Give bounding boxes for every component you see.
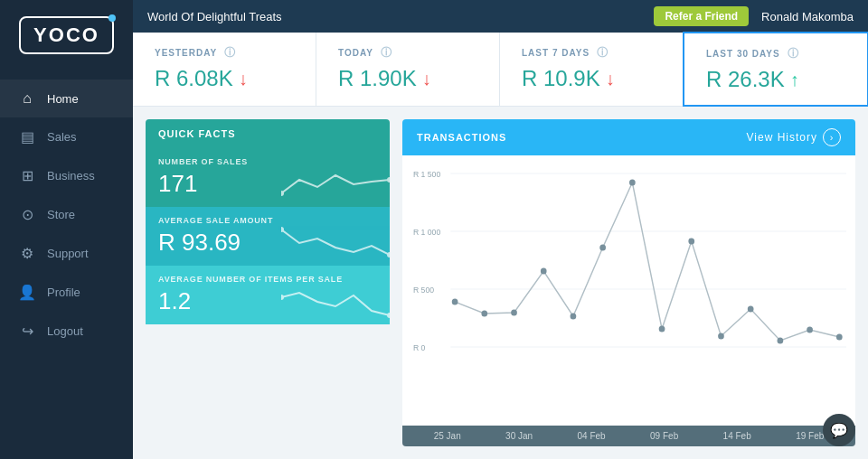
stat-label-today: TODAY ⓘ <box>338 45 481 61</box>
sales-icon: ▤ <box>18 128 36 145</box>
svg-text:R 0: R 0 <box>413 343 426 352</box>
info-icon-30days: ⓘ <box>788 46 799 61</box>
stat-card-yesterday[interactable]: YESTERDAY ⓘ R 6.08K ↓ <box>133 33 316 106</box>
sidebar-nav: ⌂ Home ▤ Sales ⊞ Business ⊙ Store ⚙ Supp… <box>0 70 133 459</box>
info-icon-today: ⓘ <box>381 45 392 61</box>
qf-card-sales: NUMBER OF SALES 171 <box>146 148 390 207</box>
svg-point-20 <box>629 180 636 186</box>
sidebar-item-support[interactable]: ⚙ Support <box>0 234 133 273</box>
arrow-down-7days: ↓ <box>606 69 615 89</box>
svg-text:R 1 000: R 1 000 <box>413 228 440 237</box>
stat-label-7days: LAST 7 DAYS ⓘ <box>522 45 665 61</box>
x-label-2: 04 Feb <box>578 431 606 441</box>
svg-point-24 <box>748 306 754 313</box>
header-right: Refer a Friend Ronald Makomba <box>654 6 854 26</box>
business-icon: ⊞ <box>18 167 36 184</box>
stat-value-yesterday: R 6.08K ↓ <box>155 66 297 91</box>
sidebar-label-home: Home <box>47 92 79 106</box>
svg-point-22 <box>688 239 694 245</box>
qf-card-avg-items: AVERAGE NUMBER OF ITEMS PER SALE 1.2 <box>146 266 390 324</box>
svg-point-26 <box>807 327 813 333</box>
sidebar-item-home[interactable]: ⌂ Home <box>0 80 133 117</box>
x-label-3: 09 Feb <box>650 431 678 441</box>
sidebar-label-sales: Sales <box>47 130 77 144</box>
stat-value-today: R 1.90K ↓ <box>338 66 481 91</box>
logout-icon: ↪ <box>18 323 36 340</box>
home-icon: ⌂ <box>18 90 36 107</box>
stat-value-30days: R 26.3K ↑ <box>706 67 849 92</box>
sparkline-avg-items <box>281 279 390 324</box>
quick-facts-header: QUICK FACTS <box>146 119 390 148</box>
sidebar-label-profile: Profile <box>47 286 80 299</box>
logo-area: YOCO <box>0 0 133 70</box>
svg-point-4 <box>281 295 284 300</box>
stat-card-7days[interactable]: LAST 7 DAYS ⓘ R 10.9K ↓ <box>500 33 684 106</box>
stat-label-yesterday: YESTERDAY ⓘ <box>155 45 297 61</box>
view-history-label: View History <box>747 131 817 144</box>
svg-text:R 1 500: R 1 500 <box>413 170 440 179</box>
transactions-header: TRANSACTIONS View History › <box>402 119 855 155</box>
x-label-0: 25 Jan <box>434 431 461 441</box>
content-area: QUICK FACTS NUMBER OF SALES 171 AVERAGE … <box>133 107 868 459</box>
arrow-up-30days: ↑ <box>790 70 799 90</box>
x-label-5: 19 Feb <box>796 431 824 441</box>
store-icon: ⊙ <box>18 206 36 223</box>
x-axis-labels: 25 Jan 30 Jan 04 Feb 09 Feb 14 Feb 19 Fe… <box>402 426 855 446</box>
transactions-title: TRANSACTIONS <box>417 132 506 143</box>
transactions-panel: TRANSACTIONS View History › R 1 500 R 1 … <box>402 119 855 446</box>
svg-point-15 <box>481 311 487 317</box>
view-history-icon: › <box>823 128 841 146</box>
logo-dot <box>108 14 116 22</box>
stat-value-7days: R 10.9K ↓ <box>522 66 665 91</box>
refer-friend-button[interactable]: Refer a Friend <box>654 6 749 26</box>
sidebar-item-profile[interactable]: 👤 Profile <box>0 273 133 312</box>
svg-point-21 <box>659 326 665 333</box>
stats-row: YESTERDAY ⓘ R 6.08K ↓ TODAY ⓘ R 1.90K ↓ … <box>133 33 868 107</box>
chart-area: R 1 500 R 1 000 R 500 R 0 <box>402 155 855 426</box>
store-title: World Of Delightful Treats <box>147 10 282 23</box>
info-icon-yesterday: ⓘ <box>224 45 236 61</box>
profile-icon: 👤 <box>18 284 36 301</box>
arrow-down-today: ↓ <box>422 69 431 89</box>
quick-facts-panel: QUICK FACTS NUMBER OF SALES 171 AVERAGE … <box>146 119 390 446</box>
sidebar-item-sales[interactable]: ▤ Sales <box>0 117 133 156</box>
sidebar-label-logout: Logout <box>47 324 83 338</box>
sparkline-sales <box>281 162 390 207</box>
svg-point-14 <box>452 299 458 305</box>
chat-button[interactable]: 💬 <box>823 414 855 446</box>
sidebar-item-logout[interactable]: ↪ Logout <box>0 312 133 351</box>
svg-point-25 <box>778 338 784 344</box>
sidebar-label-support: Support <box>47 247 89 260</box>
svg-text:R 500: R 500 <box>413 286 434 295</box>
support-icon: ⚙ <box>18 245 36 262</box>
svg-point-5 <box>387 313 390 318</box>
transactions-chart: R 1 500 R 1 000 R 500 R 0 <box>411 164 846 363</box>
svg-point-27 <box>836 334 843 341</box>
sidebar-item-store[interactable]: ⊙ Store <box>0 195 133 234</box>
stat-card-30days[interactable]: LAST 30 DAYS ⓘ R 26.3K ↑ <box>683 32 868 107</box>
top-header: World Of Delightful Treats Refer a Frien… <box>133 0 868 33</box>
x-label-4: 14 Feb <box>723 431 751 441</box>
sidebar: YOCO ⌂ Home ▤ Sales ⊞ Business ⊙ Store ⚙… <box>0 0 133 459</box>
stat-card-today[interactable]: TODAY ⓘ R 1.90K ↓ <box>316 33 500 106</box>
view-history-button[interactable]: View History › <box>747 128 841 146</box>
stat-label-30days: LAST 30 DAYS ⓘ <box>706 46 849 61</box>
arrow-down-yesterday: ↓ <box>239 69 248 89</box>
svg-point-19 <box>599 245 606 251</box>
sparkline-avg-amount <box>281 220 390 266</box>
qf-card-avg-amount: AVERAGE SALE AMOUNT R 93.69 <box>146 207 390 266</box>
info-icon-7days: ⓘ <box>597 45 609 61</box>
svg-point-18 <box>571 314 577 320</box>
svg-point-23 <box>718 333 724 340</box>
logo-text: YOCO <box>33 23 99 46</box>
x-label-1: 30 Jan <box>505 431 533 441</box>
sidebar-label-business: Business <box>47 169 95 183</box>
logo: YOCO <box>19 16 114 54</box>
sidebar-item-business[interactable]: ⊞ Business <box>0 156 133 195</box>
user-name: Ronald Makomba <box>761 10 854 23</box>
svg-point-16 <box>511 310 517 316</box>
main-content: World Of Delightful Treats Refer a Frien… <box>133 0 868 459</box>
svg-point-1 <box>387 177 390 183</box>
sidebar-label-store: Store <box>47 208 75 221</box>
svg-point-17 <box>541 268 547 275</box>
